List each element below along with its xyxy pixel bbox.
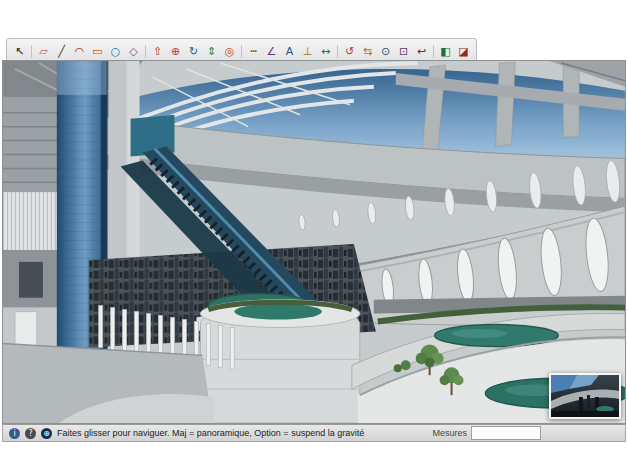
help-icon[interactable]: ? — [25, 428, 36, 439]
measurements-label: Mesures — [432, 428, 467, 438]
globe-icon[interactable]: ⊕ — [41, 428, 52, 439]
preview-thumbnail[interactable] — [549, 373, 621, 419]
paint-bucket-tool[interactable]: ◧ — [437, 43, 454, 60]
status-hint: Faites glisser pour naviguer. Maj = pano… — [57, 428, 364, 438]
tape-measure-tool[interactable]: ┅ — [245, 43, 262, 60]
scale-tool[interactable]: ⇕ — [203, 43, 220, 60]
protractor-tool[interactable]: ∠ — [263, 43, 280, 60]
zoom-tool[interactable]: ⊙ — [377, 43, 394, 60]
previous-view-tool[interactable]: ↩ — [413, 43, 430, 60]
offset-tool[interactable]: ◎ — [221, 43, 238, 60]
orbit-tool[interactable]: ↺ — [341, 43, 358, 60]
line-tool[interactable]: ╱ — [53, 43, 70, 60]
section-plane-tool[interactable]: ◪ — [455, 43, 472, 60]
arc-tool[interactable]: ◠ — [71, 43, 88, 60]
sketchup-window: ↖ ▱ ╱ ◠ ▭ ○ ◇ ⇧ ⊕ ↻ ⇕ ◎ ┅ ∠ A ⊥ ↔ ↺ ⇆ ⊙ … — [0, 0, 628, 472]
rectangle-tool[interactable]: ▭ — [89, 43, 106, 60]
preview-scene — [551, 375, 619, 417]
measurements-box: Mesures — [432, 426, 619, 440]
rotate-tool[interactable]: ↻ — [185, 43, 202, 60]
status-bar: i ? ⊕ Faites glisser pour naviguer. Maj … — [2, 424, 626, 442]
info-icon[interactable]: i — [9, 428, 20, 439]
push-pull-tool[interactable]: ⇧ — [149, 43, 166, 60]
select-tool[interactable]: ↖ — [11, 43, 28, 60]
move-tool[interactable]: ⊕ — [167, 43, 184, 60]
polygon-tool[interactable]: ◇ — [125, 43, 142, 60]
circle-tool[interactable]: ○ — [107, 43, 124, 60]
zoom-extents-tool[interactable]: ⊡ — [395, 43, 412, 60]
axes-tool[interactable]: ⊥ — [299, 43, 316, 60]
3d-viewport[interactable] — [2, 60, 626, 424]
pan-tool[interactable]: ⇆ — [359, 43, 376, 60]
scene-canvas — [3, 61, 625, 423]
eraser-tool[interactable]: ▱ — [35, 43, 52, 60]
dimensions-tool[interactable]: ↔ — [317, 43, 334, 60]
text-tool[interactable]: A — [281, 43, 298, 60]
measurements-input[interactable] — [471, 426, 541, 440]
